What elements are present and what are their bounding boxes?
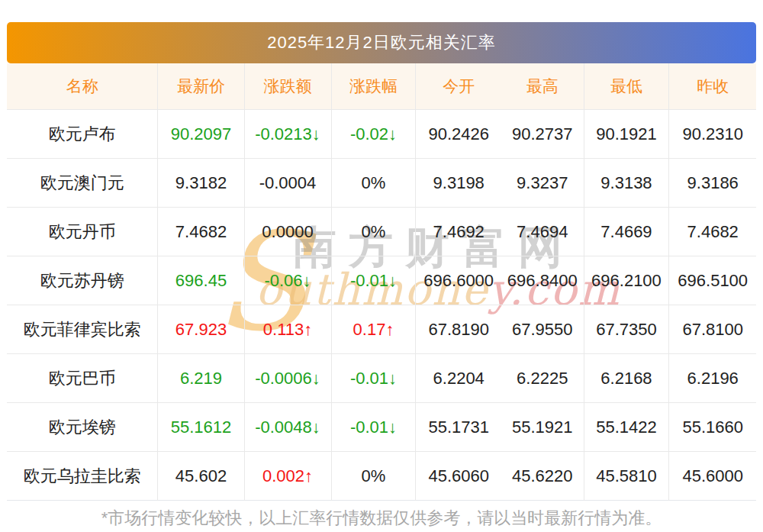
cell-latest-price: 7.4682 xyxy=(158,208,244,256)
cell-open: 9.3198 xyxy=(416,159,501,208)
cell-high: 45.6220 xyxy=(501,452,584,501)
table-row: 欧元埃镑 55.1612 -0.0048↓ -0.01↓ 55.1731 55.… xyxy=(7,403,756,452)
cell-change-percent: 0.17↑ xyxy=(331,305,416,354)
cell-latest-price: 6.219 xyxy=(158,354,244,403)
cell-change-amount: 0.0000 xyxy=(244,208,331,256)
cell-latest-price: 696.45 xyxy=(158,256,244,305)
cell-change-percent: -0.01↓ xyxy=(331,256,416,305)
table-row: 欧元苏丹镑 696.45 -0.06↓ -0.01↓ 696.6000 696.… xyxy=(7,256,756,305)
cell-high: 6.2225 xyxy=(501,354,584,403)
cell-pair-name: 欧元卢布 xyxy=(7,110,158,159)
cell-low: 55.1422 xyxy=(584,403,669,452)
page-title: 2025年12月2日欧元相关汇率 xyxy=(267,31,496,54)
cell-change-amount: -0.0004 xyxy=(244,159,331,208)
cell-open: 55.1731 xyxy=(416,403,501,452)
table-row: 欧元巴币 6.219 -0.0006↓ -0.01↓ 6.2204 6.2225… xyxy=(7,354,756,403)
column-header-open: 今开 xyxy=(416,63,501,110)
cell-prev-close: 7.4682 xyxy=(669,208,756,256)
cell-pair-name: 欧元巴币 xyxy=(7,354,158,403)
cell-latest-price: 9.3182 xyxy=(158,159,244,208)
column-header-high: 最高 xyxy=(501,63,584,110)
cell-open: 696.6000 xyxy=(416,256,501,305)
exchange-rate-widget: 2025年12月2日欧元相关汇率 S 南方财富网 outhmoney.com 名… xyxy=(7,22,756,529)
table-title-banner: 2025年12月2日欧元相关汇率 xyxy=(7,22,756,63)
table-row: 欧元菲律宾比索 67.923 0.113↑ 0.17↑ 67.8190 67.9… xyxy=(7,305,756,354)
cell-pair-name: 欧元埃镑 xyxy=(7,403,158,452)
cell-pair-name: 欧元丹币 xyxy=(7,208,158,256)
cell-prev-close: 90.2310 xyxy=(669,110,756,159)
cell-pair-name: 欧元澳门元 xyxy=(7,159,158,208)
cell-change-amount: 0.002↑ xyxy=(244,452,331,501)
cell-latest-price: 67.923 xyxy=(158,305,244,354)
table-row: 欧元丹币 7.4682 0.0000 0% 7.4692 7.4694 7.46… xyxy=(7,208,756,256)
cell-prev-close: 9.3186 xyxy=(669,159,756,208)
cell-change-amount: 0.113↑ xyxy=(244,305,331,354)
table-row: 欧元澳门元 9.3182 -0.0004 0% 9.3198 9.3237 9.… xyxy=(7,159,756,208)
header-row: 名称 最新价 涨跌额 涨跌幅 今开 最高 最低 昨收 xyxy=(7,63,756,110)
cell-prev-close: 6.2196 xyxy=(669,354,756,403)
cell-pair-name: 欧元菲律宾比索 xyxy=(7,305,158,354)
cell-high: 696.8400 xyxy=(501,256,584,305)
cell-latest-price: 45.602 xyxy=(158,452,244,501)
cell-open: 67.8190 xyxy=(416,305,501,354)
rates-table: 名称 最新价 涨跌额 涨跌幅 今开 最高 最低 昨收 欧元卢布 90.2097 … xyxy=(7,63,756,501)
cell-low: 9.3138 xyxy=(584,159,669,208)
cell-high: 55.1921 xyxy=(501,403,584,452)
rates-table-wrap: S 南方财富网 outhmoney.com 名称 最新价 涨跌额 涨跌幅 今开 … xyxy=(7,63,756,501)
cell-change-amount: -0.06↓ xyxy=(244,256,331,305)
cell-high: 9.3237 xyxy=(501,159,584,208)
cell-change-percent: 0% xyxy=(331,452,416,501)
cell-high: 67.9550 xyxy=(501,305,584,354)
cell-low: 7.4669 xyxy=(584,208,669,256)
disclaimer-text: *市场行情变化较快，以上汇率行情数据仅供参考，请以当时最新行情为准。 xyxy=(7,508,756,529)
cell-pair-name: 欧元苏丹镑 xyxy=(7,256,158,305)
cell-change-percent: -0.01↓ xyxy=(331,403,416,452)
column-header-change-amount: 涨跌额 xyxy=(244,63,331,110)
cell-change-amount: -0.0213↓ xyxy=(244,110,331,159)
cell-low: 45.5810 xyxy=(584,452,669,501)
cell-low: 90.1921 xyxy=(584,110,669,159)
cell-latest-price: 90.2097 xyxy=(158,110,244,159)
cell-prev-close: 67.8100 xyxy=(669,305,756,354)
column-header-latest-price: 最新价 xyxy=(158,63,244,110)
column-header-prev-close: 昨收 xyxy=(669,63,756,110)
table-row: 欧元乌拉圭比索 45.602 0.002↑ 0% 45.6060 45.6220… xyxy=(7,452,756,501)
cell-high: 90.2737 xyxy=(501,110,584,159)
cell-low: 67.7350 xyxy=(584,305,669,354)
cell-open: 7.4692 xyxy=(416,208,501,256)
column-header-change-percent: 涨跌幅 xyxy=(331,63,416,110)
cell-latest-price: 55.1612 xyxy=(158,403,244,452)
column-header-name: 名称 xyxy=(7,63,158,110)
cell-prev-close: 45.6000 xyxy=(669,452,756,501)
cell-open: 45.6060 xyxy=(416,452,501,501)
cell-change-amount: -0.0006↓ xyxy=(244,354,331,403)
cell-change-percent: -0.02↓ xyxy=(331,110,416,159)
column-header-low: 最低 xyxy=(584,63,669,110)
cell-open: 90.2426 xyxy=(416,110,501,159)
cell-pair-name: 欧元乌拉圭比索 xyxy=(7,452,158,501)
cell-prev-close: 55.1660 xyxy=(669,403,756,452)
cell-low: 696.2100 xyxy=(584,256,669,305)
cell-change-percent: 0% xyxy=(331,208,416,256)
cell-change-amount: -0.0048↓ xyxy=(244,403,331,452)
cell-change-percent: -0.01↓ xyxy=(331,354,416,403)
cell-change-percent: 0% xyxy=(331,159,416,208)
cell-open: 6.2204 xyxy=(416,354,501,403)
table-row: 欧元卢布 90.2097 -0.0213↓ -0.02↓ 90.2426 90.… xyxy=(7,110,756,159)
cell-low: 6.2168 xyxy=(584,354,669,403)
cell-prev-close: 696.5100 xyxy=(669,256,756,305)
cell-high: 7.4694 xyxy=(501,208,584,256)
